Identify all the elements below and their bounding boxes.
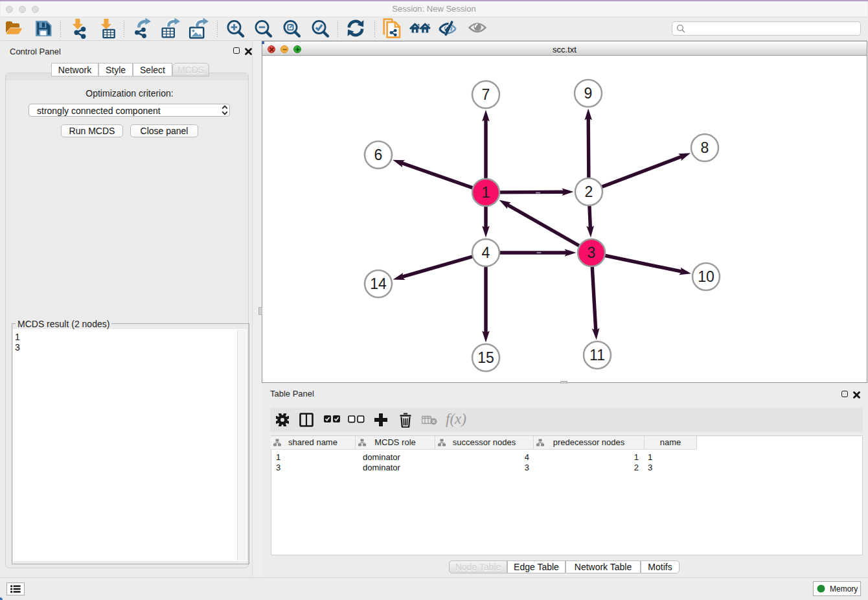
svg-text:10: 10	[698, 268, 714, 285]
svg-text:3: 3	[588, 244, 596, 261]
svg-text:4: 4	[482, 244, 490, 261]
svg-text:1: 1	[482, 184, 490, 201]
svg-text:14: 14	[370, 275, 387, 292]
svg-text:7: 7	[482, 86, 490, 103]
svg-text:9: 9	[584, 85, 593, 102]
svg-text:6: 6	[374, 146, 383, 163]
svg-text:2: 2	[585, 183, 593, 200]
svg-text:8: 8	[701, 139, 709, 156]
svg-text:15: 15	[477, 349, 494, 366]
svg-text:11: 11	[589, 347, 605, 363]
